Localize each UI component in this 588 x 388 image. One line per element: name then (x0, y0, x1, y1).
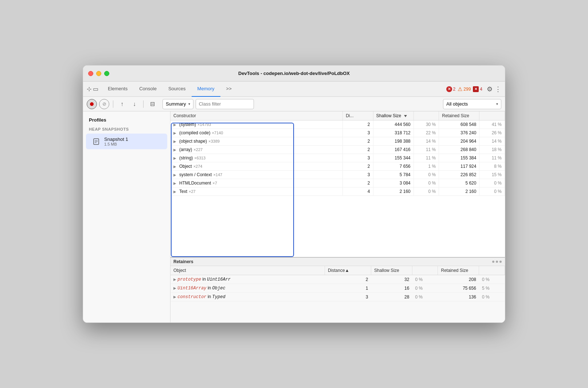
expand-icon[interactable]: ▶ (173, 190, 178, 194)
warn-badge[interactable]: ⚠ 299 (458, 86, 471, 92)
table-row[interactable]: ▶ (compiled code) ×7140 3 318 712 22 % 3… (170, 129, 505, 137)
constructor-name: (array) (179, 147, 192, 152)
cell-shallow: 7 656 (373, 162, 413, 171)
expand-icon[interactable]: ▶ (173, 139, 178, 143)
ret-cell-retained: 75 656 (438, 284, 479, 293)
cell-retained-pct: 41 % (479, 120, 505, 129)
ret-in: in (208, 285, 212, 290)
table-row[interactable]: ▶ (string) ×6313 3 155 344 11 % 155 384 … (170, 154, 505, 162)
table-row[interactable]: ▶ (system) ×14793 2 444 560 30 % 608 548… (170, 120, 505, 129)
ret-cell-object: ▶ prototype in Uint16Arr (170, 275, 325, 284)
expand-icon[interactable]: ▶ (173, 277, 176, 281)
ret-col-distance[interactable]: Distance▲ (325, 266, 371, 275)
expand-icon[interactable]: ▶ (173, 165, 178, 169)
col-constructor[interactable]: Constructor (170, 111, 343, 120)
fullscreen-button[interactable] (104, 71, 109, 76)
expand-icon[interactable]: ▶ (173, 123, 178, 127)
ret-target: Typed (212, 294, 226, 300)
expand-icon[interactable]: ▶ (173, 148, 178, 152)
ret-cell-distance: 3 (325, 293, 371, 301)
cell-constructor: ▶ (object shape) ×3389 (170, 137, 343, 146)
ret-link[interactable]: constructor (177, 294, 206, 300)
tab-sources[interactable]: Sources (162, 82, 192, 97)
retainer-row[interactable]: ▶ Uint16Array in Objec 1 16 0 % 75 656 5… (170, 284, 505, 293)
toolbar-right: ✕ 2 ⚠ 299 ✕ 4 ⚙ ⋮ (446, 85, 501, 93)
stop-button[interactable]: ⊘ (99, 99, 109, 109)
table-row[interactable]: ▶ (array) ×227 2 167 416 11 % 268 840 18… (170, 146, 505, 154)
constructor-name: (string) (179, 155, 193, 161)
inspect-icon[interactable]: ⊹ (87, 86, 91, 92)
col-distance[interactable]: Di... (343, 111, 373, 120)
table-row[interactable]: ▶ HTMLDocument ×7 2 3 084 0 % 5 620 0 % (170, 179, 505, 187)
filter-icon[interactable]: ⊟ (147, 99, 157, 109)
ret-col-retained[interactable]: Retained Size (438, 266, 479, 275)
cell-shallow: 444 560 (373, 120, 413, 129)
info-badge[interactable]: ✕ 4 (473, 86, 482, 92)
tab-more[interactable]: >> (220, 82, 238, 97)
all-objects-dropdown[interactable]: All objects ▾ (443, 99, 501, 109)
memory-toolbar: ⊘ ↑ ↓ ⊟ Summary ▾ All objects ▾ (83, 97, 505, 111)
ret-cell-shallow-pct: 0 % (412, 275, 438, 284)
cell-shallow: 3 084 (373, 179, 413, 187)
ret-link[interactable]: Uint16Array (177, 286, 206, 291)
snapshot-size: 1.5 MB (104, 142, 128, 146)
cell-shallow-pct: 0 % (413, 187, 439, 196)
expand-icon[interactable]: ▶ (173, 156, 178, 160)
tab-elements[interactable]: Elements (102, 82, 133, 97)
retainer-row[interactable]: ▶ constructor in Typed 3 28 0 % 136 0 % (170, 293, 505, 301)
error-icon: ✕ (446, 86, 452, 92)
tab-console[interactable]: Console (133, 82, 162, 97)
expand-icon[interactable]: ▶ (173, 181, 178, 185)
cell-distance: 3 (343, 171, 373, 179)
cell-retained: 155 384 (439, 154, 479, 162)
cell-shallow: 5 784 (373, 171, 413, 179)
count-badge: ×14793 (197, 122, 211, 127)
profiles-title: Profiles (83, 116, 170, 126)
expand-icon[interactable]: ▶ (173, 286, 176, 290)
ret-cell-shallow-pct: 0 % (412, 284, 438, 293)
table-row[interactable]: ▶ Object ×274 2 7 656 1 % 117 924 8 % (170, 162, 505, 171)
window-title: DevTools - codepen.io/web-dot-dev/live/P… (238, 71, 350, 76)
ret-col-shallow-pct (412, 266, 438, 275)
class-filter-input[interactable] (196, 99, 254, 109)
summary-label: Summary (166, 101, 186, 107)
table-row[interactable]: ▶ (object shape) ×3389 2 198 388 14 % 20… (170, 137, 505, 146)
chevron-down-icon-2: ▾ (496, 102, 498, 106)
minimize-button[interactable] (96, 71, 101, 76)
download-icon[interactable]: ↓ (129, 99, 140, 109)
settings-icon[interactable]: ⚙ (487, 85, 493, 93)
cell-retained-pct: 0 % (479, 179, 505, 187)
upload-icon[interactable]: ↑ (117, 99, 127, 109)
cell-retained: 226 852 (439, 171, 479, 179)
cell-retained: 204 964 (439, 137, 479, 146)
ret-col-object[interactable]: Object (170, 266, 325, 275)
expand-icon[interactable]: ▶ (173, 131, 178, 135)
snapshot-item[interactable]: Snapshot 1 1.5 MB (86, 134, 167, 149)
expand-icon[interactable]: ▶ (173, 173, 178, 177)
retainer-row[interactable]: ▶ prototype in Uint16Arr 2 32 0 % 208 0 … (170, 275, 505, 284)
cell-retained: 5 620 (439, 179, 479, 187)
summary-dropdown[interactable]: Summary ▾ (162, 99, 193, 109)
table-row[interactable]: ▶ Text ×27 4 2 160 0 % 2 160 0 % (170, 187, 505, 196)
cell-retained: 268 840 (439, 146, 479, 154)
heap-table: Constructor Di... Shallow Size Retained … (170, 111, 505, 196)
constructor-name: (system) (179, 122, 196, 127)
main-area: Profiles HEAP SNAPSHOTS Snapshot 1 1.5 M… (83, 111, 505, 322)
record-button[interactable] (87, 99, 97, 109)
ret-link[interactable]: prototype (177, 277, 201, 282)
more-icon[interactable]: ⋮ (495, 85, 501, 93)
cell-distance: 2 (343, 179, 373, 187)
device-icon[interactable]: ▭ (93, 86, 98, 92)
table-row[interactable]: ▶ system / Context ×147 3 5 784 0 % 226 … (170, 171, 505, 179)
heap-table-wrapper[interactable]: Constructor Di... Shallow Size Retained … (170, 111, 505, 257)
close-button[interactable] (88, 71, 93, 76)
col-retained-size[interactable]: Retained Size (439, 111, 479, 120)
cell-retained-pct: 14 % (479, 137, 505, 146)
tab-memory[interactable]: Memory (192, 82, 220, 97)
ret-col-shallow[interactable]: Shallow Size (371, 266, 412, 275)
col-shallow-size[interactable]: Shallow Size (373, 111, 413, 120)
ret-cell-retained: 208 (438, 275, 479, 284)
error-badge[interactable]: ✕ 2 (446, 86, 456, 92)
ret-target: Uint16Arr (207, 277, 231, 282)
expand-icon[interactable]: ▶ (173, 295, 176, 299)
